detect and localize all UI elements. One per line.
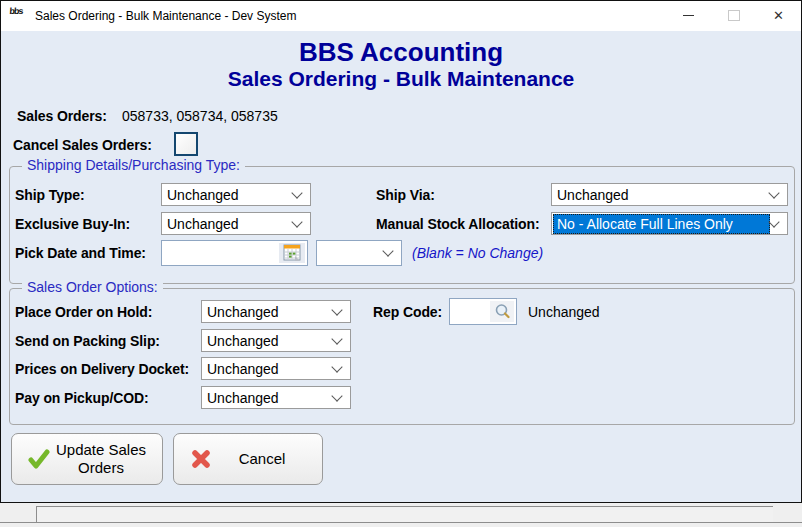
pay-on-pickup-cod-label: Pay on Pickup/COD:: [15, 390, 149, 406]
prices-on-delivery-docket-label: Prices on Delivery Docket:: [15, 361, 189, 377]
place-order-on-hold-label: Place Order on Hold:: [15, 304, 152, 320]
send-on-packing-slip-value: Unchanged: [202, 331, 333, 351]
chevron-down-icon: [768, 216, 779, 227]
minimize-button[interactable]: [666, 1, 711, 30]
dialog-window: bbs Sales Ordering - Bulk Maintenance - …: [0, 0, 802, 503]
screen: bbs Sales Ordering - Bulk Maintenance - …: [0, 0, 802, 527]
ship-type-label: Ship Type:: [15, 187, 85, 203]
pick-date-time-label: Pick Date and Time:: [15, 245, 146, 261]
chevron-down-icon: [331, 333, 342, 344]
screen-heading: Sales Ordering - Bulk Maintenance: [1, 67, 801, 91]
ship-via-select[interactable]: Unchanged: [551, 183, 788, 206]
cancel-sales-orders-label: Cancel Sales Orders:: [13, 137, 152, 153]
prices-on-delivery-docket-select[interactable]: Unchanged: [201, 357, 351, 380]
window-controls: ✕: [666, 1, 801, 30]
search-icon: [494, 303, 511, 320]
chevron-down-icon: [291, 187, 302, 198]
chevron-down-icon: [331, 361, 342, 372]
prices-on-delivery-docket-value: Unchanged: [202, 359, 333, 379]
blank-no-change-note: (Blank = No Change): [412, 245, 543, 261]
send-on-packing-slip-label: Send on Packing Slip:: [15, 333, 160, 349]
close-button[interactable]: ✕: [756, 1, 801, 30]
calendar-button[interactable]: [279, 243, 305, 263]
ship-type-select[interactable]: Unchanged: [161, 183, 311, 206]
shipping-group-title: Shipping Details/Purchasing Type:: [22, 157, 245, 173]
manual-stock-allocation-label: Manual Stock Allocation:: [376, 216, 540, 232]
cancel-button[interactable]: Cancel: [173, 433, 323, 485]
chevron-down-icon: [768, 187, 779, 198]
cancel-sales-orders-checkbox[interactable]: [174, 132, 198, 156]
rep-code-label: Rep Code:: [373, 304, 442, 320]
background-window: [0, 503, 802, 527]
x-icon: [188, 449, 214, 469]
exclusive-buy-in-select[interactable]: Unchanged: [161, 212, 311, 235]
maximize-button[interactable]: [711, 1, 756, 30]
update-sales-orders-button[interactable]: Update Sales Orders: [11, 433, 163, 485]
maximize-icon: [728, 10, 740, 21]
rep-code-status: Unchanged: [528, 304, 600, 320]
rep-code-lookup-button[interactable]: [490, 301, 514, 322]
app-icon: bbs: [8, 7, 29, 25]
ship-via-label: Ship Via:: [376, 187, 435, 203]
background-window-divider: [0, 522, 802, 523]
pick-time-select[interactable]: [316, 240, 402, 266]
background-window-panel: [36, 506, 773, 523]
ship-type-value: Unchanged: [162, 185, 293, 205]
ship-via-value: Unchanged: [552, 185, 770, 205]
check-icon: [26, 449, 52, 469]
update-sales-orders-label: Update Sales Orders: [52, 441, 162, 477]
exclusive-buy-in-label: Exclusive Buy-In:: [15, 216, 130, 232]
sales-orders-label: Sales Orders:: [17, 108, 107, 124]
send-on-packing-slip-select[interactable]: Unchanged: [201, 329, 351, 352]
chevron-down-icon: [331, 304, 342, 315]
cancel-button-label: Cancel: [214, 450, 322, 468]
place-order-on-hold-select[interactable]: Unchanged: [201, 300, 351, 323]
pick-date-input[interactable]: [161, 240, 308, 266]
options-group-title: Sales Order Options:: [22, 279, 163, 295]
calendar-icon: [283, 244, 302, 262]
pay-on-pickup-cod-select[interactable]: Unchanged: [201, 386, 351, 409]
exclusive-buy-in-value: Unchanged: [162, 214, 293, 234]
app-heading: BBS Accounting: [1, 37, 801, 68]
title-bar: bbs Sales Ordering - Bulk Maintenance - …: [1, 1, 801, 31]
chevron-down-icon: [331, 390, 342, 401]
close-icon: ✕: [773, 9, 784, 22]
place-order-on-hold-value: Unchanged: [202, 302, 333, 322]
manual-stock-allocation-value: No - Allocate Full Lines Only: [553, 214, 770, 234]
manual-stock-allocation-select[interactable]: No - Allocate Full Lines Only: [551, 212, 788, 235]
sales-orders-value: 058733, 058734, 058735: [122, 108, 278, 124]
rep-code-input[interactable]: [449, 298, 517, 325]
chevron-down-icon: [382, 245, 393, 256]
minimize-icon: [683, 15, 694, 16]
chevron-down-icon: [291, 216, 302, 227]
window-title: Sales Ordering - Bulk Maintenance - Dev …: [35, 9, 296, 23]
pay-on-pickup-cod-value: Unchanged: [202, 388, 333, 408]
